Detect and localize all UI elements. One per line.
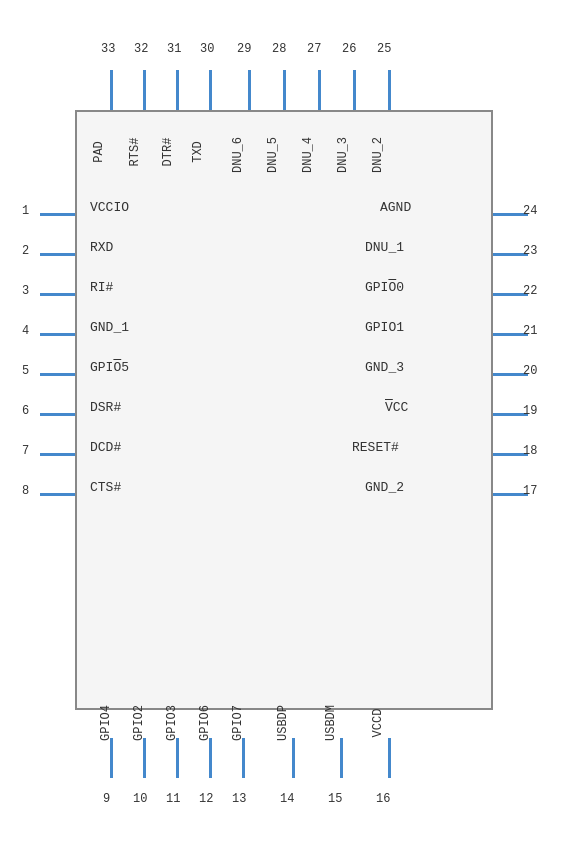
pin-line-27 [318, 70, 321, 110]
pin-label-23: DNU_1 [365, 240, 404, 255]
pin-line-12 [209, 738, 212, 778]
pin-label-6: DSR# [90, 400, 121, 415]
pin-label-2: RXD [90, 240, 113, 255]
pin-label-1: VCCIO [90, 200, 129, 215]
pin-label-20: GND_3 [365, 360, 404, 375]
pin-line-10 [143, 738, 146, 778]
pin-num-30: 30 [200, 42, 214, 56]
pin-label-19: VCC [385, 400, 408, 415]
pin-num-25: 25 [377, 42, 391, 56]
pin-num-12: 12 [199, 792, 213, 806]
pin-num-13: 13 [232, 792, 246, 806]
pin-label-8: CTS# [90, 480, 121, 495]
pin-line-9 [110, 738, 113, 778]
pin-num-18: 18 [523, 444, 537, 458]
pin-label-24: AGND [380, 200, 411, 215]
pin-num-2: 2 [22, 244, 29, 258]
pin-num-32: 32 [134, 42, 148, 56]
pin-num-3: 3 [22, 284, 29, 298]
pin-num-15: 15 [328, 792, 342, 806]
pin-num-14: 14 [280, 792, 294, 806]
pin-num-23: 23 [523, 244, 537, 258]
pin-label-26: DNU_3 [336, 137, 350, 173]
pin-label-33: PAD [92, 141, 106, 163]
pin-label-29: DNU_6 [231, 137, 245, 173]
pin-label-31: DTR# [161, 138, 175, 167]
pin-line-31 [176, 70, 179, 110]
pin-line-25 [388, 70, 391, 110]
pin-label-11: GPIO3 [165, 705, 179, 741]
pin-line-33 [110, 70, 113, 110]
pin-line-4 [40, 333, 75, 336]
pin-line-1 [40, 213, 75, 216]
pin-line-29 [248, 70, 251, 110]
pin-line-28 [283, 70, 286, 110]
pin-line-13 [242, 738, 245, 778]
pin-label-16: VCCD [371, 709, 385, 738]
pin-num-5: 5 [22, 364, 29, 378]
pin-label-21: GPIO1 [365, 320, 404, 335]
pin-line-2 [40, 253, 75, 256]
pin-num-21: 21 [523, 324, 537, 338]
pin-label-5: GPIO5 [90, 360, 129, 375]
pin-label-30: TXD [191, 141, 205, 163]
pin-num-7: 7 [22, 444, 29, 458]
pin-label-3: RI# [90, 280, 113, 295]
pin-label-27: DNU_4 [301, 137, 315, 173]
pin-label-14: USBDP [276, 705, 290, 741]
pin-line-8 [40, 493, 75, 496]
pin-num-11: 11 [166, 792, 180, 806]
pin-label-13: GPIO7 [231, 705, 245, 741]
pin-label-4: GND_1 [90, 320, 129, 335]
pin-line-6 [40, 413, 75, 416]
pin-label-18: RESET# [352, 440, 399, 455]
pin-label-28: DNU_5 [266, 137, 280, 173]
pin-label-32: RTS# [128, 138, 142, 167]
pin-num-9: 9 [103, 792, 110, 806]
pin-label-17: GND_2 [365, 480, 404, 495]
pin-line-14 [292, 738, 295, 778]
pin-num-33: 33 [101, 42, 115, 56]
pin-num-16: 16 [376, 792, 390, 806]
pin-label-15: USBDM [324, 705, 338, 741]
pin-line-30 [209, 70, 212, 110]
pin-line-16 [388, 738, 391, 778]
pin-num-20: 20 [523, 364, 537, 378]
pin-label-25: DNU_2 [371, 137, 385, 173]
pin-line-11 [176, 738, 179, 778]
pin-num-10: 10 [133, 792, 147, 806]
pin-num-24: 24 [523, 204, 537, 218]
pin-num-17: 17 [523, 484, 537, 498]
ic-body [75, 110, 493, 710]
pin-label-9: GPIO4 [99, 705, 113, 741]
pin-line-26 [353, 70, 356, 110]
pin-label-10: GPIO2 [132, 705, 146, 741]
pin-label-22: GPIO0 [365, 280, 404, 295]
pin-line-3 [40, 293, 75, 296]
pin-label-12: GPIO6 [198, 705, 212, 741]
pin-line-7 [40, 453, 75, 456]
pin-num-6: 6 [22, 404, 29, 418]
pin-num-31: 31 [167, 42, 181, 56]
pin-num-26: 26 [342, 42, 356, 56]
pin-num-4: 4 [22, 324, 29, 338]
pin-num-8: 8 [22, 484, 29, 498]
pin-num-28: 28 [272, 42, 286, 56]
pin-label-7: DCD# [90, 440, 121, 455]
ic-diagram: 33 PAD 32 RTS# 31 DTR# 30 TXD 29 DNU_6 2… [0, 0, 568, 848]
pin-line-32 [143, 70, 146, 110]
pin-num-29: 29 [237, 42, 251, 56]
pin-line-5 [40, 373, 75, 376]
pin-num-19: 19 [523, 404, 537, 418]
pin-num-1: 1 [22, 204, 29, 218]
pin-num-27: 27 [307, 42, 321, 56]
pin-line-15 [340, 738, 343, 778]
pin-num-22: 22 [523, 284, 537, 298]
